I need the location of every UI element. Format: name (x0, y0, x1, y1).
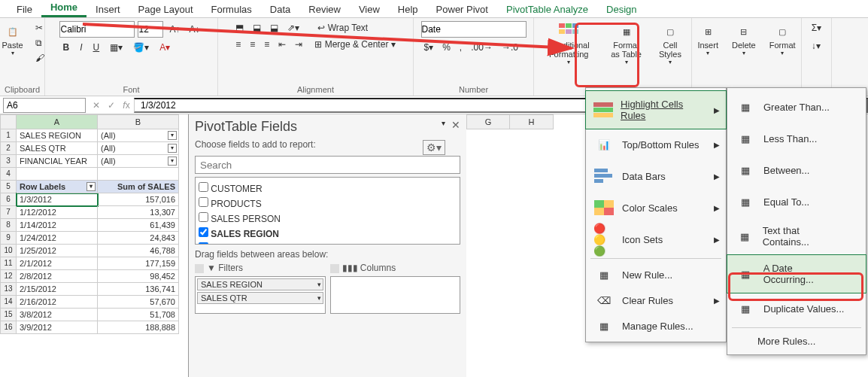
number-format-select[interactable] (421, 21, 527, 38)
menu-equal-to[interactable]: ▦ Equal To... (727, 186, 866, 217)
row-header[interactable]: 5 (0, 181, 17, 193)
cell[interactable] (98, 168, 179, 181)
menu-top-bottom-rules[interactable]: 📊 Top/Bottom Rules ▶ (586, 129, 726, 160)
panel-dropdown-button[interactable]: ▾ (442, 119, 445, 127)
col-header-g[interactable]: G (466, 114, 510, 129)
tab-home[interactable]: Home (41, 0, 86, 17)
cell[interactable]: 157,016 (98, 193, 179, 206)
increase-decimal-button[interactable]: .00→ (468, 41, 496, 54)
row-header[interactable]: 13 (0, 283, 17, 296)
cell[interactable]: SALES QTR (17, 142, 98, 155)
delete-cells-button[interactable]: ⊟Delete▾ (727, 21, 760, 58)
merge-center-button[interactable]: ⊞ Merge & Center ▾ (311, 38, 398, 51)
align-center-button[interactable]: ≡ (247, 38, 258, 51)
tab-power-pivot[interactable]: Power Pivot (427, 2, 497, 17)
align-bottom-button[interactable]: ⬓ (267, 21, 281, 35)
bold-button[interactable]: B (59, 41, 72, 54)
menu-color-scales[interactable]: Color Scales ▶ (586, 192, 726, 223)
cell[interactable]: Row Labels▾ (17, 181, 98, 193)
row-header[interactable]: 11 (0, 257, 17, 270)
decrease-indent-button[interactable]: ⇤ (275, 38, 289, 51)
col-header-h[interactable]: H (510, 114, 554, 129)
wrap-text-button[interactable]: ↩ Wrap Text (314, 21, 371, 35)
cell[interactable]: 2/16/2012 (17, 296, 98, 309)
menu-greater-than[interactable]: ▦ Greater Than... (727, 91, 866, 123)
cell[interactable]: 177,159 (98, 257, 179, 270)
menu-less-than[interactable]: ▦ Less Than... (727, 123, 866, 154)
cancel-formula-button[interactable]: ✕ (89, 100, 104, 111)
cell[interactable]: 98,452 (98, 270, 179, 283)
enter-formula-button[interactable]: ✓ (104, 100, 119, 111)
tab-formulas[interactable]: Formulas (202, 2, 261, 17)
tab-data[interactable]: Data (261, 2, 299, 17)
menu-text-contains[interactable]: ▦ Text that Contains... (727, 217, 866, 255)
underline-button[interactable]: U (90, 41, 103, 54)
gear-icon[interactable]: ⚙▾ (423, 140, 445, 155)
paste-button[interactable]: 📋 Paste ▾ (0, 21, 28, 58)
increase-indent-button[interactable]: ⇥ (292, 38, 305, 51)
menu-more-rules[interactable]: More Rules... (727, 331, 866, 351)
field-checkbox[interactable]: CUSTOMER (199, 181, 457, 196)
orientation-button[interactable]: ⇗▾ (284, 21, 302, 35)
cell[interactable]: 188,888 (98, 321, 179, 334)
cell[interactable]: 1/3/2012 (17, 193, 98, 206)
percent-button[interactable]: % (439, 41, 454, 54)
cell[interactable]: 57,670 (98, 296, 179, 309)
row-header[interactable]: 14 (0, 296, 17, 309)
font-size-select[interactable] (138, 21, 163, 38)
filter-item[interactable]: SALES QTR▾ (197, 292, 323, 304)
cell[interactable] (17, 168, 98, 181)
field-checkbox[interactable]: SALES REGION (199, 226, 457, 241)
select-all-corner[interactable] (0, 114, 17, 129)
decrease-font-button[interactable]: A↓ (187, 23, 203, 36)
row-header[interactable]: 16 (0, 321, 17, 334)
row-header[interactable]: 15 (0, 309, 17, 321)
columns-area[interactable] (330, 276, 461, 314)
field-checkbox[interactable]: SALES PERSON (199, 211, 457, 226)
increase-font-button[interactable]: A↑ (166, 23, 183, 36)
cell[interactable]: (All)▾ (98, 155, 179, 168)
row-header[interactable]: 12 (0, 270, 17, 283)
menu-date-occurring[interactable]: ▦ A Date Occurring... (727, 254, 866, 293)
fx-button[interactable]: fx (119, 100, 134, 111)
cell[interactable]: 1/12/2012 (17, 206, 98, 219)
cell[interactable]: 61,439 (98, 219, 179, 232)
row-header[interactable]: 10 (0, 245, 17, 257)
accounting-button[interactable]: $▾ (421, 41, 437, 54)
cell[interactable]: 136,741 (98, 283, 179, 296)
align-middle-button[interactable]: ⬓ (250, 21, 264, 35)
menu-clear-rules[interactable]: ⌫ Clear Rules ▶ (586, 287, 726, 313)
cell[interactable]: (All)▾ (98, 142, 179, 155)
cell[interactable]: 1/24/2012 (17, 232, 98, 245)
row-header[interactable]: 3 (0, 155, 17, 168)
row-header[interactable]: 7 (0, 206, 17, 219)
cell[interactable]: 1/14/2012 (17, 219, 98, 232)
font-family-select[interactable] (59, 21, 135, 38)
search-input[interactable] (195, 156, 460, 174)
align-left-button[interactable]: ≡ (232, 38, 244, 51)
tab-file[interactable]: File (8, 2, 41, 17)
cell[interactable]: SALES REGION (17, 129, 98, 142)
col-header-b[interactable]: B (98, 114, 179, 129)
conditional-formatting-button[interactable]: Conditional Formatting▾ (539, 21, 599, 67)
comma-button[interactable]: , (457, 41, 465, 54)
cell[interactable]: (All)▾ (98, 129, 179, 142)
name-box[interactable] (3, 98, 86, 113)
filters-area[interactable]: SALES REGION▾SALES QTR▾ (195, 276, 326, 314)
insert-cells-button[interactable]: ⊞Insert▾ (693, 21, 723, 58)
cell[interactable]: 24,843 (98, 232, 179, 245)
italic-button[interactable]: I (77, 41, 85, 54)
cell-styles-button[interactable]: ▢ Cell Styles▾ (654, 21, 687, 67)
cell[interactable]: 2/15/2012 (17, 283, 98, 296)
cell[interactable]: 51,708 (98, 309, 179, 321)
align-right-button[interactable]: ≡ (261, 38, 272, 51)
tab-view[interactable]: View (350, 2, 389, 17)
fill-color-button[interactable]: 🪣▾ (130, 41, 152, 54)
tab-help[interactable]: Help (389, 2, 427, 17)
cell[interactable]: 3/8/2012 (17, 309, 98, 321)
format-as-table-button[interactable]: ▦ Format as Table▾ (603, 21, 649, 67)
decrease-decimal-button[interactable]: →.0 (499, 41, 521, 54)
menu-duplicate-values[interactable]: ▦ Duplicate Values... (727, 293, 866, 324)
tab-design[interactable]: Design (597, 2, 645, 17)
row-header[interactable]: 8 (0, 219, 17, 232)
